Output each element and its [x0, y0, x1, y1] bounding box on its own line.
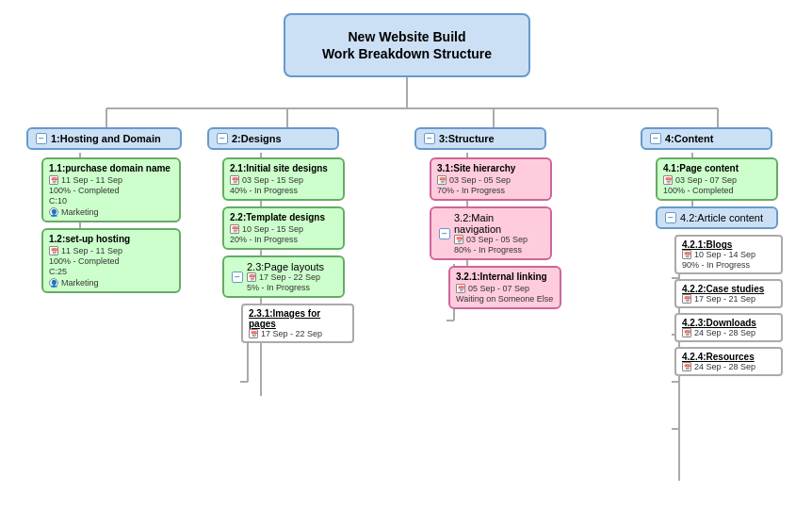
- task-4-2-title: 4.2:Article content: [680, 212, 763, 223]
- task-1-2: 1.2:set-up hosting 📅 11 Sep - 11 Sep 100…: [41, 228, 182, 293]
- task-2-3-progress: 5% - In Progress: [247, 283, 324, 292]
- user-icon: 👤: [49, 278, 58, 288]
- canvas: New Website Build Work Breakdown Structu…: [0, 0, 812, 510]
- task-1-2-progress: 100% - Completed: [49, 256, 173, 266]
- title-line1: New Website Build: [349, 29, 466, 44]
- task-1-2-user: 👤 Marketing: [49, 278, 173, 288]
- task-2-3-title: 2.3:Page layouts: [247, 261, 324, 272]
- cal-icon: 📅: [663, 175, 673, 185]
- cal-icon: 📅: [230, 175, 239, 185]
- cal-icon: 📅: [682, 250, 691, 259]
- task-3-2-1: 3.2.1:Internal linking 📅 05 Sep - 07 Sep…: [448, 266, 561, 309]
- task-4-2-4-title: 4.2.4:Resources: [682, 352, 775, 362]
- cal-icon: 📅: [249, 329, 258, 338]
- task-4-1-title: 4.1:Page content: [663, 163, 771, 173]
- task-1-1: 1.1:purchase domain name 📅 11 Sep - 11 S…: [41, 157, 182, 222]
- cal-icon: 📅: [230, 224, 239, 234]
- task-2-3-collapse[interactable]: −: [232, 271, 243, 283]
- cal-icon: 📅: [682, 328, 691, 337]
- task-3-2-1-date: 📅 05 Sep - 07 Sep: [456, 284, 554, 293]
- task-3-2-title: 3.2:Main navigation: [454, 212, 543, 235]
- cal-icon: 📅: [437, 175, 447, 185]
- cal-icon: 📅: [454, 235, 463, 244]
- task-4-2-2: 4.2.2:Case studies 📅 17 Sep - 21 Sep: [674, 279, 783, 308]
- task-4-2-header: − 4.2:Article content: [656, 206, 778, 229]
- task-4-2: − 4.2:Article content 4.2.1:Blogs 📅 10 S…: [656, 206, 783, 376]
- task-2-2: 2.2:Template designs 📅 10 Sep - 15 Sep 2…: [222, 206, 354, 250]
- col4-header: − 4:Content: [641, 127, 772, 150]
- task-4-2-1-progress: 90% - In Progress: [682, 260, 775, 270]
- col3: − 3:Structure 3.1:Site hierarchy 📅 03 Se…: [414, 127, 561, 309]
- task-3-1-date: 📅 03 Sep - 05 Sep: [437, 175, 544, 185]
- task-2-3-header: − 2.3:Page layouts 📅 17 Sep - 22 Sep 5% …: [222, 255, 345, 298]
- task-1-2-title: 1.2:set-up hosting: [49, 234, 173, 244]
- task-1-1-progress: 100% - Completed: [49, 186, 173, 195]
- task-4-2-3-date: 📅 24 Sep - 28 Sep: [682, 328, 775, 337]
- task-1-1-cost: C:10: [49, 196, 173, 206]
- task-1-1-date: 📅 11 Sep - 11 Sep: [49, 175, 173, 185]
- col3-collapse-btn[interactable]: −: [424, 133, 435, 144]
- task-4-2-1-date: 📅 10 Sep - 14 Sep: [682, 250, 775, 259]
- task-4-2-1: 4.2.1:Blogs 📅 10 Sep - 14 Sep 90% - In P…: [674, 235, 783, 274]
- col1-collapse-btn[interactable]: −: [36, 133, 47, 144]
- col2-collapse-btn[interactable]: −: [217, 133, 228, 144]
- task-2-3-1: 2.3.1:Images for pages 📅 17 Sep - 22 Sep: [241, 304, 354, 343]
- task-2-1: 2.1:Initial site designs 📅 03 Sep - 15 S…: [222, 157, 354, 201]
- col2: − 2:Designs 2.1:Initial site designs 📅 0…: [207, 127, 354, 343]
- col4-collapse-btn[interactable]: −: [650, 133, 661, 144]
- task-2-3: − 2.3:Page layouts 📅 17 Sep - 22 Sep 5% …: [222, 255, 354, 343]
- task-4-2-3-title: 4.2.3:Downloads: [682, 318, 775, 328]
- wbs-title: New Website Build Work Breakdown Structu…: [284, 13, 530, 77]
- task-4-2-collapse[interactable]: −: [665, 212, 676, 223]
- task-1-1-title: 1.1:purchase domain name: [49, 163, 173, 173]
- task-2-3-1-date: 📅 17 Sep - 22 Sep: [249, 329, 347, 338]
- task-3-1: 3.1:Site hierarchy 📅 03 Sep - 05 Sep 70%…: [430, 157, 561, 201]
- cal-icon: 📅: [682, 294, 691, 304]
- task-4-1-date: 📅 03 Sep - 07 Sep: [663, 175, 771, 185]
- task-2-1-progress: 40% - In Progress: [230, 186, 337, 195]
- task-1-1-user: 👤 Marketing: [49, 207, 173, 217]
- task-2-3-1-title: 2.3.1:Images for pages: [249, 308, 347, 329]
- task-3-2: − 3.2:Main navigation 📅 03 Sep - 05 Sep …: [430, 206, 561, 309]
- task-4-2-4-date: 📅 24 Sep - 28 Sep: [682, 362, 775, 371]
- task-3-1-progress: 70% - In Progress: [437, 186, 544, 195]
- col1-header: − 1:Hosting and Domain: [26, 127, 182, 150]
- user-icon: 👤: [49, 207, 58, 217]
- task-2-1-date: 📅 03 Sep - 15 Sep: [230, 175, 337, 185]
- task-4-2-2-date: 📅 17 Sep - 21 Sep: [682, 294, 775, 304]
- task-4-2-3: 4.2.3:Downloads 📅 24 Sep - 28 Sep: [674, 313, 783, 342]
- col3-header: − 3:Structure: [414, 127, 546, 150]
- col2-header: − 2:Designs: [207, 127, 339, 150]
- task-2-3-date: 📅 17 Sep - 22 Sep: [247, 272, 324, 282]
- col1: − 1:Hosting and Domain 1.1:purchase doma…: [26, 127, 182, 293]
- task-3-2-1-note: Waiting on Someone Else: [456, 294, 554, 304]
- task-4-2-2-title: 4.2.2:Case studies: [682, 284, 775, 294]
- task-2-2-title: 2.2:Template designs: [230, 212, 337, 222]
- task-3-1-title: 3.1:Site hierarchy: [437, 163, 544, 173]
- col4: − 4:Content 4.1:Page content 📅 03 Sep - …: [641, 127, 783, 376]
- task-2-1-title: 2.1:Initial site designs: [230, 163, 337, 173]
- task-4-2-4: 4.2.4:Resources 📅 24 Sep - 28 Sep: [674, 347, 783, 376]
- cal-icon: 📅: [456, 284, 465, 293]
- cal-icon: 📅: [49, 175, 58, 185]
- task-2-2-progress: 20% - In Progress: [230, 235, 337, 244]
- task-4-2-1-title: 4.2.1:Blogs: [682, 239, 775, 250]
- task-3-2-collapse[interactable]: −: [439, 228, 450, 239]
- task-3-2-progress: 80% - In Progress: [454, 245, 543, 255]
- task-3-2-header: − 3.2:Main navigation 📅 03 Sep - 05 Sep …: [430, 206, 552, 260]
- cal-icon: 📅: [247, 272, 256, 282]
- title-line2: Work Breakdown Structure: [322, 46, 492, 61]
- task-2-2-date: 📅 10 Sep - 15 Sep: [230, 224, 337, 234]
- task-4-1-progress: 100% - Completed: [663, 186, 771, 195]
- task-4-1: 4.1:Page content 📅 03 Sep - 07 Sep 100% …: [656, 157, 783, 201]
- task-3-2-date: 📅 03 Sep - 05 Sep: [454, 235, 543, 244]
- cal-icon: 📅: [682, 362, 691, 371]
- task-3-2-1-title: 3.2.1:Internal linking: [456, 271, 554, 282]
- task-1-2-cost: C:25: [49, 267, 173, 276]
- task-1-2-date: 📅 11 Sep - 11 Sep: [49, 246, 173, 255]
- cal-icon: 📅: [49, 246, 58, 255]
